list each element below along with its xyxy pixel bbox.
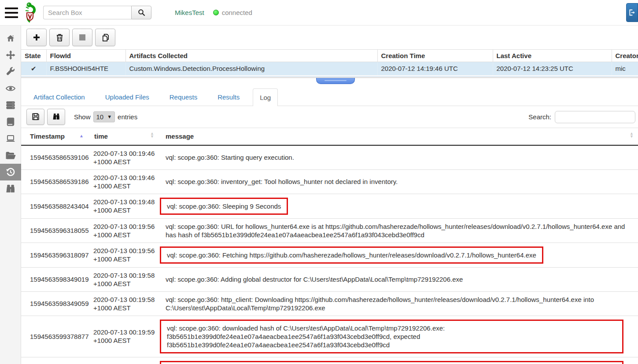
pane-resize-handle[interactable] [316,78,355,84]
tab-log[interactable]: Log [253,88,278,106]
client-name-link[interactable]: MikesTest [175,9,204,16]
log-col-timestamp[interactable]: Timestamp ▲ [21,128,88,145]
log-time: 2020-07-13 00:19:46 +1000 AEST [88,145,159,170]
log-row[interactable]: 1594563598349019 2020-07-13 00:19:58 +10… [21,267,638,291]
sidebar-item-home[interactable] [0,30,21,47]
log-row[interactable]: 1594563588243404 2020-07-13 00:19:48 +10… [21,194,638,218]
highlight-annotation-box: vql: scope.go:360: Sleeping 9 Seconds [160,198,288,215]
flow-last-active: 2020-07-12 14:23:25 UTC [493,62,612,75]
sort-both-icon[interactable]: ▲▼ [630,132,634,138]
entries-label: entries [118,113,137,121]
log-timestamp: 1594563598349019 [21,267,88,291]
log-timestamp: 1594563596318055 [21,218,88,243]
log-message: vql: scope.go:360: Adding global destruc… [166,276,463,283]
log-time: 2020-07-13 00:19:58 +1000 AEST [88,291,159,316]
col-creation-time[interactable]: Creation Time [377,50,493,62]
log-search: Search: [528,111,635,123]
sidebar-item-overview[interactable] [0,80,21,97]
stop-collection-button[interactable] [72,29,92,46]
crosshair-icon [6,50,15,60]
history-icon [6,167,15,177]
flow-artifacts: Custom.Windows.Detection.ProcessHollowin… [125,62,377,75]
log-col-time[interactable]: time ▲▼ [88,128,159,145]
log-timestamp: 1594563588243404 [21,194,88,218]
search-button[interactable] [131,6,151,19]
sidebar-item-server-config[interactable] [0,63,21,80]
log-time: 2020-07-13 00:19:56 +1000 AEST [88,218,159,243]
log-search-input[interactable] [555,111,635,123]
page-size-select[interactable]: 10 ▼ [93,111,115,122]
tab-requests[interactable]: Requests [162,88,204,106]
col-flowid[interactable]: FlowId [46,50,125,62]
highlight-annotation-box: vql: scope.go:360: downloaded hash of C:… [160,320,623,353]
log-row[interactable]: 1594563586539106 2020-07-13 00:19:46 +10… [21,145,638,170]
log-timestamp: 1594563586539186 [21,169,88,194]
log-table: Timestamp ▲ time ▲▼ message ▲▼ 159456358… [21,128,638,364]
log-time: 2020-07-13 00:19:48 +1000 AEST [88,194,159,218]
sidebar-item-hunts[interactable] [0,47,21,63]
log-message: vql: scope.go:360: Fetching https://gith… [167,251,536,259]
flow-id: F.BS5HO0HI54HTE [46,62,125,75]
sidebar-item-vfs[interactable] [0,147,21,164]
log-col-message[interactable]: message ▲▼ [159,128,638,145]
main-panel: State FlowId Artifacts Collected Creatio… [21,26,638,364]
sort-both-icon[interactable]: ▲▼ [150,132,154,138]
folder-icon [5,151,16,160]
new-collection-button[interactable] [26,29,47,46]
log-row[interactable]: 1594563598349059 2020-07-13 00:19:58 +10… [21,291,638,316]
col-artifacts[interactable]: Artifacts Collected [125,50,377,62]
tab-results[interactable]: Results [210,88,247,106]
velociraptor-logo [22,2,39,24]
flow-row[interactable]: ✔ F.BS5HO0HI54HTE Custom.Windows.Detecti… [21,62,638,75]
pane-divider [21,77,638,88]
sidebar-item-host-info[interactable] [0,130,21,147]
tab-artifact-collection[interactable]: Artifact Collection [26,88,92,106]
sidebar-item-collected-artifacts[interactable] [0,164,21,180]
app-root: MikesTest connected [0,0,638,364]
log-message: vql: scope.go:360: downloaded hash of C:… [167,324,445,349]
connected-dot-icon [213,10,219,15]
flow-state-check: ✔ [21,62,46,75]
col-creator[interactable]: Creator [612,50,638,62]
search-input[interactable] [43,6,131,19]
eye-icon [5,85,16,92]
wrench-icon [6,67,15,77]
log-row[interactable]: 1594563599378910 2020-07-13 00:19:59 +10… [21,357,638,364]
col-state[interactable]: State [21,50,46,62]
log-message: vql: scope.go:360: Starting query execut… [166,154,294,161]
flow-creator: mic [612,62,638,75]
log-message: vql: scope.go:360: URL for hollows_hunte… [166,223,625,239]
chevron-down-icon: ▼ [107,114,112,119]
col-last-active[interactable]: Last Active [493,50,612,62]
flows-header-row: State FlowId Artifacts Collected Creatio… [21,50,638,62]
log-message: vql: scope.go:360: Sleeping 9 Seconds [167,202,281,210]
inspect-log-button[interactable] [47,109,65,125]
flows-toolbar [21,26,638,49]
sidebar-item-search[interactable] [0,180,21,197]
log-row[interactable]: 1594563586539186 2020-07-13 00:19:46 +10… [21,169,638,194]
log-col-message-label: message [166,132,194,140]
home-icon [6,33,15,43]
save-log-button[interactable] [26,109,44,125]
log-row[interactable]: 1594563599378877 2020-07-13 00:19:59 +10… [21,316,638,357]
sidebar-item-notebooks[interactable] [0,114,21,130]
book-icon [6,117,15,127]
log-row[interactable]: 1594563596318055 2020-07-13 00:19:56 +10… [21,218,638,243]
flow-detail-tabs: Artifact Collection Uploaded Files Reque… [21,88,638,106]
log-time: 2020-07-13 00:19:59 +1000 AEST [88,357,159,364]
log-timestamp: 1594563599378910 [21,357,88,364]
logout-button[interactable] [626,3,638,22]
global-search [43,6,151,19]
copy-collection-button[interactable] [95,29,115,46]
log-time: 2020-07-13 00:19:59 +1000 AEST [88,316,159,357]
delete-collection-button[interactable] [49,29,70,46]
log-message: vql: scope.go:360: http_client: Download… [166,296,594,312]
page-size-value: 10 [96,113,104,121]
sidebar-item-server-artifacts[interactable] [0,97,21,114]
flow-creation-time: 2020-07-12 14:19:46 UTC [377,62,493,75]
tab-uploaded-files[interactable]: Uploaded Files [98,88,156,106]
log-time: 2020-07-13 00:19:46 +1000 AEST [88,169,159,194]
hamburger-menu-icon[interactable] [5,7,18,18]
sort-asc-icon[interactable]: ▲ [79,133,84,138]
log-row[interactable]: 1594563596318097 2020-07-13 00:19:56 +10… [21,243,638,267]
